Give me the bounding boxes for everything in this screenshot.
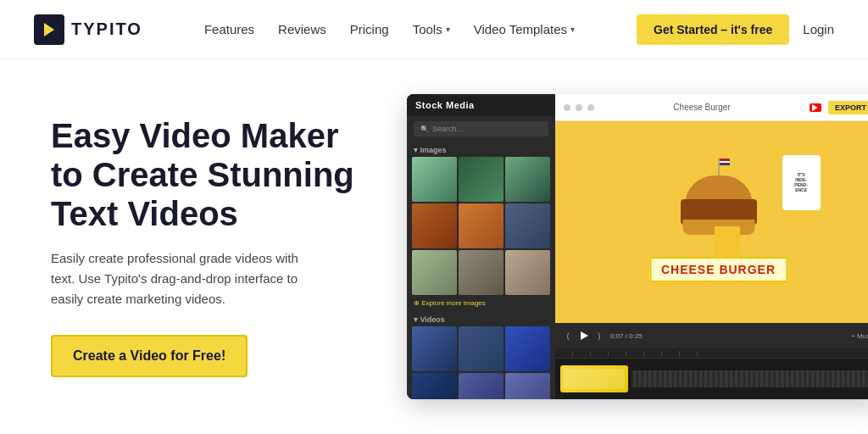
main-editor: Cheese Burger EXPORT bbox=[555, 94, 868, 399]
ruler-tick bbox=[679, 351, 680, 356]
app-mockup: Stock Media 🔍 Search... ▾ Images bbox=[407, 94, 868, 399]
login-button[interactable]: Login bbox=[803, 22, 834, 36]
timeline-ruler bbox=[555, 348, 868, 359]
timeline-time: 0:07 / 0:25 bbox=[610, 332, 643, 340]
nav-tools[interactable]: Tools ▾ bbox=[413, 22, 450, 36]
timeline bbox=[555, 348, 868, 399]
fries bbox=[715, 226, 740, 260]
timeline-track bbox=[555, 359, 868, 399]
logo-text: TYPITO bbox=[71, 19, 142, 39]
video-templates-dropdown-arrow: ▾ bbox=[570, 25, 575, 34]
video-cell[interactable] bbox=[459, 326, 504, 371]
hero-cta-button[interactable]: Create a Video for Free! bbox=[51, 335, 248, 377]
image-cell[interactable] bbox=[459, 203, 504, 248]
image-cell[interactable] bbox=[412, 203, 457, 248]
ruler-tick bbox=[590, 351, 591, 356]
topbar-circle-2 bbox=[576, 104, 582, 111]
logo-icon bbox=[34, 14, 64, 45]
image-cell[interactable] bbox=[459, 157, 504, 202]
hero-left: Easy Video Maker to Create Stunning Text… bbox=[51, 116, 373, 377]
canvas-area: IT'SINDE-PEND-ENCE CHEESE BURGER bbox=[555, 121, 868, 323]
video-cell[interactable] bbox=[505, 373, 550, 399]
text-overlay[interactable]: CHEESE BURGER bbox=[649, 257, 787, 282]
hero-subtitle: Easily create professional grade videos … bbox=[51, 248, 322, 309]
nav-actions: Get Started – it's free Login bbox=[637, 14, 834, 45]
video-cell[interactable] bbox=[505, 326, 550, 371]
ruler-tick bbox=[572, 351, 573, 356]
stock-media-panel: Stock Media 🔍 Search... ▾ Images bbox=[407, 94, 555, 399]
image-cell[interactable] bbox=[459, 250, 504, 295]
video-grid bbox=[407, 326, 555, 399]
videos-label: ▾ Videos bbox=[407, 311, 555, 326]
get-started-button[interactable]: Get Started – it's free bbox=[637, 14, 789, 45]
navbar: TYPITO Features Reviews Pricing Tools ▾ … bbox=[0, 0, 868, 59]
image-grid bbox=[407, 157, 555, 295]
timeline-clip[interactable] bbox=[560, 365, 628, 392]
ruler-tick bbox=[608, 351, 609, 356]
panel-search[interactable]: 🔍 Search... bbox=[414, 121, 548, 136]
ruler-tick bbox=[643, 351, 644, 356]
toolbar-forward-button[interactable]: ⟩ bbox=[593, 330, 605, 342]
topbar-circle-1 bbox=[564, 104, 570, 111]
timeline-wave bbox=[632, 370, 868, 387]
images-label: ▾ Images bbox=[407, 142, 555, 157]
nav-links: Features Reviews Pricing Tools ▾ Video T… bbox=[204, 22, 575, 36]
nav-video-templates[interactable]: Video Templates ▾ bbox=[474, 22, 575, 36]
tools-dropdown-arrow: ▾ bbox=[446, 25, 450, 34]
play-button[interactable] bbox=[579, 331, 588, 340]
burger-scene: IT'SINDE-PEND-ENCE CHEESE BURGER bbox=[555, 121, 868, 323]
topbar-controls bbox=[564, 104, 594, 111]
editor-title: Cheese Burger bbox=[673, 103, 730, 112]
burger-visual bbox=[651, 175, 787, 269]
logo[interactable]: TYPITO bbox=[34, 14, 142, 45]
nav-features[interactable]: Features bbox=[204, 22, 254, 36]
text-overlay-text: CHEESE BURGER bbox=[661, 263, 776, 276]
explore-more-images[interactable]: ⊕ Explore more images bbox=[407, 295, 555, 311]
editor-topbar: Cheese Burger EXPORT bbox=[555, 94, 868, 121]
video-cell[interactable] bbox=[412, 373, 457, 399]
video-cell[interactable] bbox=[459, 373, 504, 399]
hero-title: Easy Video Maker to Create Stunning Text… bbox=[51, 116, 373, 233]
topbar-right: EXPORT bbox=[810, 101, 868, 114]
video-cell[interactable] bbox=[412, 326, 457, 371]
editor-toolbar: ⟨ ⟩ 0:07 / 0:25 + Music bbox=[555, 323, 868, 348]
youtube-icon bbox=[810, 103, 821, 112]
image-cell[interactable] bbox=[505, 203, 550, 248]
svg-marker-0 bbox=[44, 23, 54, 36]
nav-reviews[interactable]: Reviews bbox=[278, 22, 326, 36]
clip-inner bbox=[564, 369, 625, 389]
ruler-tick bbox=[697, 351, 698, 356]
nav-pricing[interactable]: Pricing bbox=[350, 22, 389, 36]
export-button[interactable]: EXPORT bbox=[828, 101, 868, 114]
cup: IT'SINDE-PEND-ENCE bbox=[782, 155, 821, 210]
image-cell[interactable] bbox=[412, 250, 457, 295]
flag bbox=[720, 159, 730, 165]
timeline-music[interactable]: + Music bbox=[851, 332, 868, 340]
image-cell[interactable] bbox=[412, 157, 457, 202]
search-placeholder-text: Search... bbox=[432, 125, 463, 133]
ruler-tick bbox=[661, 351, 662, 356]
hero-section: Easy Video Maker to Create Stunning Text… bbox=[0, 59, 868, 434]
toolbar-back-button[interactable]: ⟨ bbox=[562, 330, 574, 342]
image-cell[interactable] bbox=[505, 250, 550, 295]
panel-header: Stock Media bbox=[407, 94, 555, 116]
topbar-circle-3 bbox=[587, 104, 594, 111]
cup-label: IT'SINDE-PEND-ENCE bbox=[794, 172, 808, 192]
ruler-tick bbox=[626, 351, 626, 356]
hero-right: Stock Media 🔍 Search... ▾ Images bbox=[407, 59, 868, 434]
image-cell[interactable] bbox=[505, 157, 550, 202]
